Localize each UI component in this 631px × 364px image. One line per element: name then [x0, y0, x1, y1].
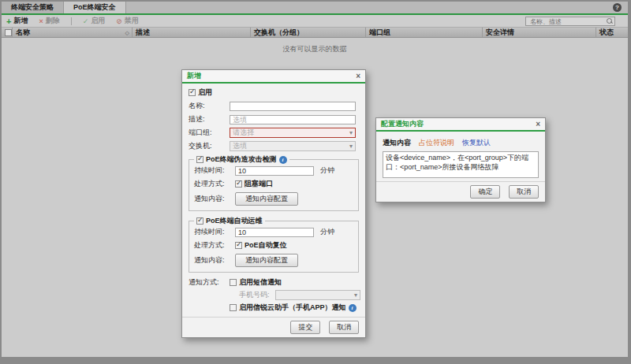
duration-unit: 分钟 — [320, 165, 334, 176]
info-icon[interactable]: i — [279, 156, 287, 164]
check-icon: ✓ — [236, 179, 242, 187]
chevron-down-icon: ▾ — [354, 292, 357, 299]
notify-dialog-footer: 确定 取消 — [376, 181, 545, 202]
forge-detection-legend: ✓ PoE终端伪造攻击检测 i — [194, 154, 289, 165]
forge-duration-input[interactable] — [235, 166, 314, 176]
duration-unit: 分钟 — [320, 227, 334, 237]
forge-detection-checkbox[interactable]: ✓ — [196, 156, 203, 163]
action-label: 处理方式: — [194, 240, 235, 251]
sms-notify-label: 启用短信通知 — [239, 277, 282, 288]
name-label: 名称: — [189, 101, 230, 111]
forge-detection-title: PoE终端伪造攻击检测 — [206, 154, 277, 165]
placeholder-help-link[interactable]: 占位符说明 — [419, 138, 454, 148]
restore-default-link[interactable]: 恢复默认 — [462, 138, 491, 148]
phone-number-label: 手机号码: — [239, 290, 275, 300]
forge-detection-section: ✓ PoE终端伪造攻击检测 i 持续时间: 分钟 处理方式: ✓ 阻塞端口 — [189, 154, 359, 211]
description-label: 描述: — [189, 114, 230, 124]
notify-content-dialog: 配置通知内容 × 通知内容 占位符说明 恢复默认 设备<device_name>… — [375, 117, 546, 202]
notify-dialog-header: 配置通知内容 × — [376, 118, 545, 132]
check-icon: ✓ — [236, 240, 242, 248]
notify-content-textarea[interactable]: 设备<device_name>，在<port_group>下的端口：<port_… — [383, 151, 539, 178]
port-group-label: 端口组: — [189, 128, 230, 138]
info-icon[interactable]: i — [349, 304, 357, 312]
phone-number-select[interactable]: ▾ — [275, 290, 360, 300]
submit-button[interactable]: 提交 — [290, 321, 320, 334]
name-input[interactable] — [230, 102, 356, 111]
auto-maintenance-section: ✓ PoE终端自动运维 持续时间: 分钟 处理方式: ✓ PoE自动复位 — [189, 216, 359, 273]
notify-method-label: 通知方式: — [189, 277, 230, 288]
poe-reset-label: PoE自动复位 — [245, 240, 287, 251]
close-icon[interactable]: × — [356, 72, 360, 80]
notify-dialog-body: 通知内容 占位符说明 恢复默认 设备<device_name>，在<port_g… — [376, 132, 545, 181]
block-port-checkbox[interactable]: ✓ — [235, 180, 242, 188]
close-icon[interactable]: × — [536, 121, 540, 128]
enable-checkbox[interactable]: ✓ — [189, 89, 196, 96]
app-notify-checkbox[interactable] — [230, 304, 237, 311]
auto-maintenance-title: PoE终端自动运维 — [206, 216, 263, 226]
switch-label: 交换机: — [189, 141, 230, 151]
notify-dialog-title: 配置通知内容 — [381, 119, 424, 129]
action-label: 处理方式: — [194, 179, 235, 189]
notify-content-label: 通知内容: — [194, 194, 235, 204]
new-dialog-title: 新增 — [187, 71, 201, 81]
app-notify-label: 启用信锐云助手（手机APP）通知 — [239, 303, 346, 313]
chevron-down-icon: ▾ — [349, 143, 353, 150]
auto-duration-input[interactable] — [235, 228, 314, 237]
notify-content-label: 通知内容: — [194, 255, 235, 266]
cancel-button[interactable]: 取消 — [509, 185, 539, 199]
notify-content-label: 通知内容 — [383, 138, 411, 148]
auto-maintenance-legend: ✓ PoE终端自动运维 — [194, 216, 265, 226]
check-icon: ✓ — [197, 154, 203, 162]
auto-notify-config-button[interactable]: 通知内容配置 — [235, 254, 298, 267]
port-group-placeholder: 请选择 — [233, 128, 254, 138]
check-icon: ✓ — [197, 216, 203, 224]
block-port-label: 阻塞端口 — [245, 179, 273, 189]
description-input[interactable] — [230, 115, 356, 124]
check-icon: ✓ — [189, 87, 196, 95]
duration-label: 持续时间: — [194, 165, 235, 176]
new-policy-dialog: 新增 × ✓ 启用 名称: 描述: 端口组: 请选择 — [181, 69, 366, 338]
switch-placeholder: 选填 — [233, 141, 247, 151]
chevron-down-icon: ▾ — [349, 129, 353, 136]
enable-label: 启用 — [198, 87, 212, 98]
new-dialog-footer: 提交 取消 — [182, 317, 365, 337]
port-group-select[interactable]: 请选择 ▾ — [230, 128, 356, 138]
poe-reset-checkbox[interactable]: ✓ — [235, 242, 242, 249]
app-window: 终端安全策略 PoE终端安全 ? + 新增 × 删除 ✓ 启用 ⊘ 禁用 — [0, 0, 631, 364]
new-dialog-body: ✓ 启用 名称: 描述: 端口组: 请选择 ▾ 交换机: — [182, 84, 365, 317]
auto-maintenance-checkbox[interactable]: ✓ — [196, 217, 203, 225]
new-dialog-header: 新增 × — [182, 70, 365, 84]
ok-button[interactable]: 确定 — [470, 185, 500, 199]
cancel-button[interactable]: 取消 — [329, 321, 359, 334]
duration-label: 持续时间: — [194, 227, 235, 237]
forge-notify-config-button[interactable]: 通知内容配置 — [235, 192, 298, 206]
switch-select[interactable]: 选填 ▾ — [230, 141, 356, 151]
sms-notify-checkbox[interactable] — [230, 279, 237, 286]
